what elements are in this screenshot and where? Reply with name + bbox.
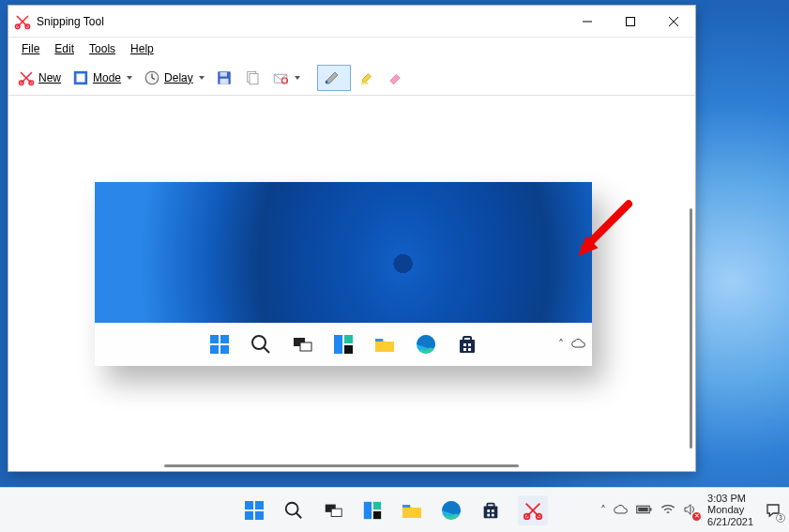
svg-point-44 (285, 502, 297, 514)
onedrive-icon[interactable] (614, 504, 629, 517)
search-button[interactable] (281, 498, 306, 523)
delay-button[interactable]: Delay (140, 65, 208, 91)
minimize-button[interactable] (566, 6, 609, 37)
search-icon (250, 333, 272, 356)
captured-snip: ˄ (95, 182, 592, 366)
svg-rect-21 (210, 335, 219, 343)
svg-rect-39 (468, 348, 471, 351)
snip-taskbar-region: ˄ (95, 323, 592, 366)
svg-rect-3 (627, 17, 635, 25)
svg-rect-34 (460, 340, 475, 353)
pen-button[interactable] (317, 65, 351, 91)
copy-icon (244, 69, 261, 86)
save-icon (216, 69, 233, 86)
volume-icon[interactable]: ✕ (683, 503, 698, 518)
snipping-tool-window: Snipping Tool File Edit Tools Help New (8, 5, 696, 472)
new-label: New (38, 71, 61, 84)
vertical-scrollbar[interactable] (690, 208, 692, 448)
svg-rect-31 (344, 345, 353, 354)
menu-file[interactable]: File (14, 39, 47, 58)
svg-rect-48 (363, 501, 371, 518)
svg-point-25 (252, 336, 266, 349)
svg-rect-54 (487, 503, 493, 507)
svg-rect-62 (650, 508, 652, 510)
snip-canvas[interactable]: ˄ (8, 96, 695, 471)
svg-rect-28 (300, 342, 311, 351)
taskview-button[interactable] (321, 498, 345, 523)
edge-icon (415, 333, 437, 356)
explorer-button[interactable] (400, 498, 424, 523)
svg-rect-57 (487, 513, 490, 516)
onedrive-icon (571, 338, 586, 352)
send-button[interactable] (268, 65, 304, 91)
menu-help[interactable]: Help (123, 39, 161, 58)
svg-rect-14 (220, 72, 227, 77)
svg-rect-35 (463, 337, 471, 341)
new-button[interactable]: New (14, 65, 65, 91)
svg-rect-49 (372, 501, 380, 509)
toolbar: New Mode Delay (8, 60, 695, 96)
mode-label: Mode (93, 71, 121, 84)
svg-line-26 (264, 347, 269, 353)
svg-rect-32 (375, 339, 383, 342)
system-tray[interactable]: ˄ ✕ (600, 503, 698, 518)
svg-rect-17 (250, 73, 258, 84)
store-button[interactable] (478, 498, 503, 523)
titlebar: Snipping Tool (8, 6, 695, 38)
svg-rect-29 (334, 335, 342, 354)
os-taskbar: ˄ ✕ 3:03 PM Monday 6/21/2021 3 (0, 487, 789, 532)
battery-icon[interactable] (636, 504, 653, 517)
chevron-up-icon[interactable]: ˄ (600, 504, 606, 517)
highlighter-button[interactable] (355, 65, 379, 91)
svg-rect-40 (245, 501, 253, 509)
chevron-down-icon (295, 76, 300, 80)
clock-time: 3:03 PM (707, 493, 753, 505)
explorer-icon (373, 333, 396, 356)
store-icon (456, 333, 478, 356)
highlighter-icon (358, 69, 375, 86)
delay-label: Delay (164, 71, 193, 84)
svg-rect-42 (245, 511, 253, 520)
eraser-button[interactable] (383, 65, 407, 91)
notif-badge: 3 (776, 513, 785, 523)
svg-rect-15 (220, 78, 228, 84)
clock-icon (144, 69, 160, 86)
edge-button[interactable] (439, 498, 463, 523)
svg-rect-51 (402, 505, 410, 508)
maximize-button[interactable] (609, 6, 652, 37)
close-button[interactable] (652, 6, 695, 37)
horizontal-scrollbar[interactable] (164, 464, 519, 467)
svg-rect-36 (463, 343, 466, 346)
taskbar-right: ˄ ✕ 3:03 PM Monday 6/21/2021 3 (600, 488, 783, 532)
svg-rect-22 (220, 335, 229, 343)
menu-edit[interactable]: Edit (47, 39, 82, 58)
svg-rect-20 (361, 82, 369, 84)
mail-icon (272, 69, 289, 86)
notifications-button[interactable]: 3 (763, 500, 783, 521)
svg-rect-30 (344, 335, 353, 343)
chevron-down-icon (199, 76, 205, 80)
svg-rect-58 (491, 513, 493, 516)
svg-rect-50 (372, 510, 380, 518)
taskbar-center-apps (242, 495, 548, 525)
save-button[interactable] (212, 65, 236, 91)
pen-icon (324, 69, 341, 86)
widgets-icon (332, 333, 355, 356)
snip-wallpaper-region (95, 182, 592, 323)
svg-rect-53 (483, 506, 497, 518)
menu-tools[interactable]: Tools (82, 39, 123, 58)
clock[interactable]: 3:03 PM Monday 6/21/2021 (707, 493, 753, 528)
mode-button[interactable]: Mode (68, 65, 136, 91)
wifi-icon[interactable] (660, 503, 675, 518)
chevron-up-icon: ˄ (558, 338, 564, 351)
svg-rect-41 (255, 501, 264, 509)
widgets-button[interactable] (360, 498, 385, 523)
scissors-icon (18, 69, 35, 86)
start-button[interactable] (242, 498, 266, 523)
copy-button[interactable] (240, 65, 265, 91)
snipping-tool-taskbar-button[interactable] (518, 495, 548, 525)
start-icon (208, 333, 231, 356)
svg-rect-55 (487, 509, 490, 512)
svg-rect-9 (77, 73, 85, 82)
svg-rect-56 (491, 509, 493, 512)
